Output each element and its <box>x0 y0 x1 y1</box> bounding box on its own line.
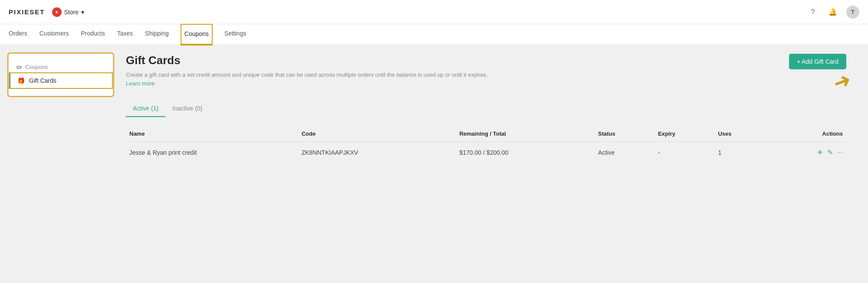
nav-item-settings[interactable]: Settings <box>224 24 247 45</box>
main-nav: Orders Customers Products Taxes Shipping… <box>0 24 868 45</box>
main-content: Gift Cards Create a gift card with a set… <box>113 54 859 274</box>
store-label: Store <box>64 9 79 16</box>
gift-cards-table: Name Code Remaining / Total Status Expir… <box>126 126 846 163</box>
nav-item-coupons[interactable]: Coupons <box>181 24 212 45</box>
sidebar: 🎟 Coupons 🎁 Gift Cards <box>9 54 113 96</box>
col-header-remaining: Remaining / Total <box>456 126 595 142</box>
send-icon[interactable]: ✈ <box>817 148 823 156</box>
topbar-left: PIXIESET ● Store ▾ <box>9 7 84 17</box>
help-button[interactable]: ? <box>806 6 819 19</box>
sidebar-giftcard-label: Gift Cards <box>29 77 56 84</box>
col-header-actions: Actions <box>765 126 846 142</box>
coupon-icon: 🎟 <box>16 64 22 70</box>
header-right: + Add Gift Card ➜ <box>789 54 846 92</box>
add-gift-card-button[interactable]: + Add Gift Card <box>789 54 846 69</box>
cell-actions: ✈ ✎ ··· <box>765 142 846 163</box>
edit-icon[interactable]: ✎ <box>827 148 833 156</box>
nav-item-customers[interactable]: Customers <box>39 24 69 45</box>
title-section: Gift Cards Create a gift card with a set… <box>126 54 499 88</box>
topbar-right: ? 🔔 T <box>806 6 859 19</box>
cell-status: Active <box>595 142 654 163</box>
col-header-status: Status <box>595 126 654 142</box>
topbar: PIXIESET ● Store ▾ ? 🔔 T <box>0 0 868 24</box>
nav-item-products[interactable]: Products <box>81 24 105 45</box>
notifications-button[interactable]: 🔔 <box>826 6 839 19</box>
chevron-down-icon: ▾ <box>81 9 84 16</box>
action-icons: ✈ ✎ ··· <box>769 148 843 156</box>
nav-item-shipping[interactable]: Shipping <box>145 24 169 45</box>
tab-active[interactable]: Active (1) <box>126 101 165 117</box>
nav-item-orders[interactable]: Orders <box>9 24 27 45</box>
tabs: Active (1) Inactive (0) <box>126 101 846 117</box>
learn-more-link[interactable]: Learn more <box>126 80 155 87</box>
tab-inactive[interactable]: Inactive (0) <box>165 101 209 117</box>
logo: PIXIESET <box>9 8 45 16</box>
arrow-annotation: ➜ <box>830 69 854 94</box>
cell-expiry: - <box>654 142 714 163</box>
col-header-code: Code <box>298 126 456 142</box>
sidebar-coupons-label: Coupons <box>25 64 48 70</box>
sidebar-section-coupons: 🎟 Coupons <box>9 61 112 73</box>
page-title: Gift Cards <box>126 54 499 67</box>
store-button[interactable]: ● Store ▾ <box>52 7 84 17</box>
cell-name: Jesse & Ryan print credit <box>126 142 298 163</box>
store-icon: ● <box>52 7 62 17</box>
sidebar-item-giftcards[interactable]: 🎁 Gift Cards <box>9 73 112 88</box>
page-description: Create a gift card with a set credit amo… <box>126 71 499 88</box>
cell-code: ZK8NNTKIAAPJKXV <box>298 142 456 163</box>
nav-item-taxes[interactable]: Taxes <box>117 24 133 45</box>
table-row: Jesse & Ryan print credit ZK8NNTKIAAPJKX… <box>126 142 846 163</box>
cell-remaining: $170.00 / $200.00 <box>456 142 595 163</box>
col-header-name: Name <box>126 126 298 142</box>
col-header-expiry: Expiry <box>654 126 714 142</box>
giftcard-icon: 🎁 <box>17 77 25 84</box>
more-icon[interactable]: ··· <box>837 149 843 156</box>
content-header: Gift Cards Create a gift card with a set… <box>126 54 846 92</box>
col-header-uses: Uses <box>714 126 765 142</box>
cell-uses: 1 <box>714 142 765 163</box>
main-layout: 🎟 Coupons 🎁 Gift Cards Gift Cards Create… <box>0 45 868 283</box>
avatar-button[interactable]: T <box>846 6 859 19</box>
